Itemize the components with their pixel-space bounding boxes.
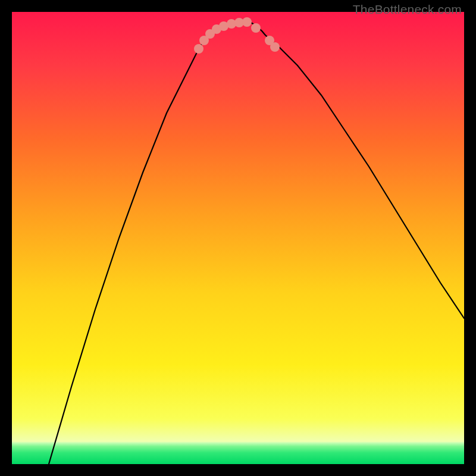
marker-dot <box>251 23 261 33</box>
plot-area <box>12 12 464 464</box>
gradient-background <box>12 12 464 464</box>
chart-svg <box>12 12 464 464</box>
watermark-text: TheBottleneck.com <box>353 2 462 17</box>
marker-dot <box>194 44 203 54</box>
chart-frame: TheBottleneck.com <box>0 0 476 476</box>
marker-dot <box>270 42 280 52</box>
marker-dot <box>242 17 252 27</box>
